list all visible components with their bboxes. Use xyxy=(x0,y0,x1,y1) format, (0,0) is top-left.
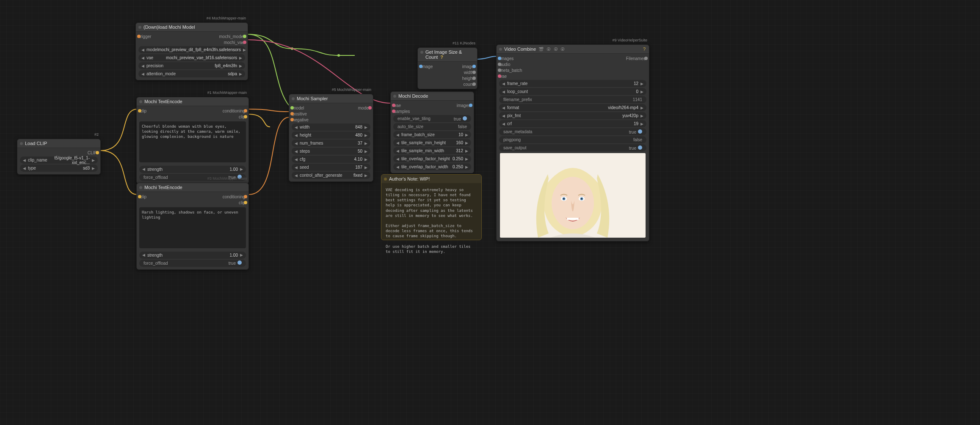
param-minh[interactable]: ◀tile_sample_min_height160▶ xyxy=(393,139,471,146)
svg-point-10 xyxy=(581,198,582,200)
node-title[interactable]: Author's Note: WIP! xyxy=(381,175,481,183)
node-title[interactable]: Load CLIP xyxy=(17,139,100,148)
port-images-out[interactable]: images xyxy=(457,103,470,108)
node-decode[interactable]: #10 MochiWrapper-main Mochi Decode vaeim… xyxy=(390,91,474,173)
param-height[interactable]: ◀height480▶ xyxy=(292,132,370,139)
arrow-left-icon[interactable]: ◀ xyxy=(22,166,27,170)
port-cond-out[interactable]: conditioning xyxy=(223,109,245,113)
param-width[interactable]: ◀width848▶ xyxy=(292,123,370,131)
node-video-combine[interactable]: #9 VideoHelperSuite Video Combine🎬 ⦿ ⦿ ⦿… xyxy=(496,44,649,241)
param-pix-fmt[interactable]: ◀pix_fmtyuv420p▶ xyxy=(499,112,646,119)
param-strength[interactable]: ◀strength1.00▶ xyxy=(139,166,246,173)
param-force-offload[interactable]: force_offloadtrue xyxy=(139,260,246,267)
node-textencode-pos[interactable]: #1 MochiWrapper-main Mochi TextEncode cl… xyxy=(136,97,249,184)
param-ovw[interactable]: ◀tile_overlap_factor_width0.250▶ xyxy=(393,163,471,170)
node-badge: #5 MochiWrapper-main xyxy=(332,88,371,92)
param-loop-count[interactable]: ◀loop_count0▶ xyxy=(499,88,646,95)
node-badge: #2 xyxy=(94,132,99,137)
port-image-in[interactable]: image xyxy=(421,64,433,69)
param-minw[interactable]: ◀tile_sample_min_width312▶ xyxy=(393,147,471,154)
param-pingpong[interactable]: pingpongfalse xyxy=(499,136,646,143)
node-badge: #11 KJNodes xyxy=(453,41,475,45)
node-badge: #9 VideoHelperSuite xyxy=(613,38,647,42)
param-frames[interactable]: ◀num_frames37▶ xyxy=(292,140,370,147)
port-positive[interactable]: positive xyxy=(293,112,307,116)
svg-point-0 xyxy=(291,47,293,50)
param-model[interactable]: ◀modelmochi_preview_dit_fp8_e4m3fn.safet… xyxy=(138,46,245,53)
param-steps[interactable]: ◀steps50▶ xyxy=(292,148,370,155)
toggle-icon xyxy=(638,145,642,150)
port-trigger[interactable]: trigger xyxy=(139,34,151,39)
preview-image xyxy=(500,153,646,238)
port-cond-out[interactable]: conditioning xyxy=(223,195,245,199)
param-ovh[interactable]: ◀tile_overlap_factor_height0.250▶ xyxy=(393,155,471,162)
help-icon[interactable]: ? xyxy=(643,47,646,52)
port-images-in[interactable]: images xyxy=(500,56,513,61)
header-icons[interactable]: 🎬 ⦿ ⦿ ⦿ xyxy=(538,47,566,52)
port-image-out[interactable]: image xyxy=(462,64,474,69)
param-save-metadata[interactable]: save_metadatatrue xyxy=(499,128,646,135)
param-frame-rate[interactable]: ◀frame_rate12▶ xyxy=(499,80,646,87)
arrow-right-icon[interactable]: ▶ xyxy=(91,158,96,162)
node-textencode-neg[interactable]: #3 MochiWrapper-main Mochi TextEncode cl… xyxy=(136,183,249,270)
port-audio-in[interactable]: audio xyxy=(500,62,510,67)
port-height-out[interactable]: height xyxy=(462,76,474,81)
node-title[interactable]: (Down)load Mochi Model xyxy=(136,23,248,32)
node-title[interactable]: Mochi Sampler xyxy=(289,94,373,103)
node-get-size[interactable]: #11 KJNodes Get Image Size & Count? imag… xyxy=(417,47,478,89)
prompt-textarea[interactable] xyxy=(139,121,246,162)
param-format[interactable]: ◀formatvideo/h264-mp4▶ xyxy=(499,104,646,111)
port-samples-in[interactable]: samples xyxy=(394,109,410,114)
svg-point-1 xyxy=(337,54,340,57)
param-auto-tile[interactable]: auto_tile_sizefalse xyxy=(393,123,471,130)
node-title[interactable]: Mochi Decode xyxy=(391,92,474,101)
port-mochi-vae[interactable]: mochi_vae xyxy=(224,40,244,45)
node-badge: #3 MochiWrapper-main xyxy=(207,176,247,181)
param-seed[interactable]: ◀seed187▶ xyxy=(292,164,370,171)
port-model-in[interactable]: model xyxy=(293,106,304,110)
prompt-textarea[interactable] xyxy=(139,207,246,248)
node-load-mochi[interactable]: #4 MochiWrapper-main (Down)load Mochi Mo… xyxy=(135,22,248,80)
param-vae[interactable]: ◀vaemochi_preview_vae_bf16.safetensors▶ xyxy=(138,54,245,61)
node-title[interactable]: Video Combine🎬 ⦿ ⦿ ⦿? xyxy=(497,45,649,54)
node-sampler[interactable]: #5 MochiWrapper-main Mochi Sampler model… xyxy=(289,94,373,182)
param-type[interactable]: ◀ type sd3 ▶ xyxy=(20,165,98,172)
port-meta-in[interactable]: meta_batch xyxy=(500,68,522,73)
param-strength[interactable]: ◀strength1.00▶ xyxy=(139,252,246,259)
node-title[interactable]: Mochi TextEncode xyxy=(137,97,248,106)
port-mochi-model[interactable]: mochi_model xyxy=(219,34,244,39)
node-load-clip[interactable]: #2 Load CLIP CLIP ◀ clip_name t5/google_… xyxy=(17,139,101,175)
param-save-output[interactable]: save_outputtrue xyxy=(499,144,646,151)
port-filenames-out[interactable]: Filenames xyxy=(626,56,646,61)
svg-rect-11 xyxy=(567,218,579,220)
node-badge: #1 MochiWrapper-main xyxy=(207,90,247,95)
param-batch[interactable]: ◀frame_batch_size10▶ xyxy=(393,131,471,138)
param-control-after-generate[interactable]: ◀control_after_generatefixed▶ xyxy=(292,172,370,179)
help-icon[interactable]: ? xyxy=(440,55,443,60)
svg-point-7 xyxy=(563,198,565,200)
toggle-icon xyxy=(463,116,467,121)
param-attention[interactable]: ◀attention_modesdpa▶ xyxy=(138,70,245,77)
toggle-icon xyxy=(638,129,642,134)
arrow-left-icon[interactable]: ◀ xyxy=(22,158,27,162)
arrow-right-icon[interactable]: ▶ xyxy=(91,166,96,170)
param-precision[interactable]: ◀precisionfp8_e4m3fn▶ xyxy=(138,62,245,69)
port-negative[interactable]: negative xyxy=(293,118,309,122)
node-title[interactable]: Get Image Size & Count? xyxy=(418,48,477,62)
param-filename-prefix[interactable]: filename_prefix1141 xyxy=(499,96,646,103)
param-tiling[interactable]: enable_vae_tilingtrue xyxy=(393,115,471,122)
param-crf[interactable]: ◀crf19▶ xyxy=(499,120,646,127)
note-body: VAE decoding is extremely heavy so tilin… xyxy=(381,183,481,258)
node-authors-note[interactable]: Author's Note: WIP! VAE decoding is extr… xyxy=(381,174,482,240)
toggle-icon xyxy=(237,260,242,265)
param-clip-name[interactable]: ◀ clip_name t5/google_t5-v1_1-xxl_enc...… xyxy=(20,156,98,164)
param-cfg[interactable]: ◀cfg4.10▶ xyxy=(292,156,370,163)
port-model-out[interactable]: model xyxy=(358,106,370,110)
node-badge: #4 MochiWrapper-main xyxy=(207,16,246,20)
node-title[interactable]: Mochi TextEncode xyxy=(137,183,248,192)
